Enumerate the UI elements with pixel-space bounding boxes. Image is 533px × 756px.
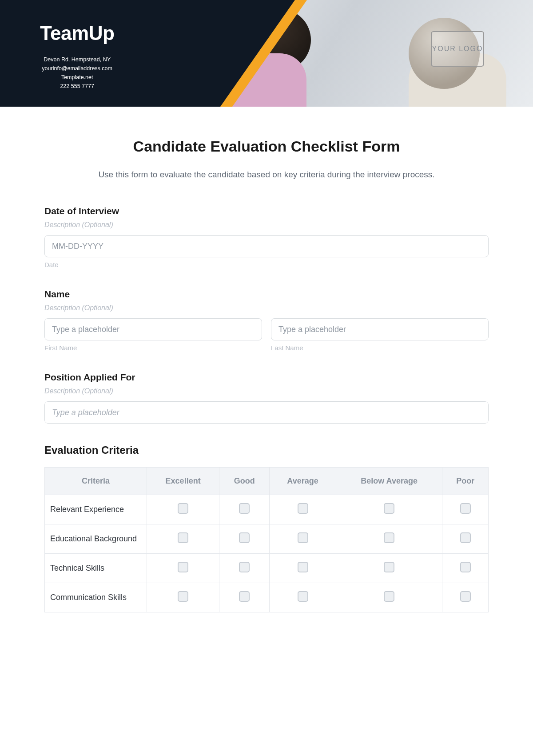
rating-cell xyxy=(442,553,489,583)
rating-cell xyxy=(270,524,336,553)
checkbox[interactable] xyxy=(384,591,394,602)
checkbox[interactable] xyxy=(384,532,394,543)
rating-cell xyxy=(147,524,219,553)
checkbox[interactable] xyxy=(178,562,188,572)
checkbox[interactable] xyxy=(178,532,188,543)
rating-cell xyxy=(336,495,442,524)
position-input[interactable] xyxy=(44,401,489,424)
eval-header-criteria: Criteria xyxy=(45,468,147,495)
table-row: Relevant Experience xyxy=(45,495,489,524)
brand-name: TeamUp xyxy=(40,22,114,44)
brand-block: TeamUp Devon Rd, Hempstead, NY yourinfo@… xyxy=(40,22,114,91)
rating-cell xyxy=(270,583,336,612)
rating-cell xyxy=(219,524,270,553)
checkbox[interactable] xyxy=(239,591,250,602)
table-row: Technical Skills xyxy=(45,553,489,583)
eval-header-below-average: Below Average xyxy=(336,468,442,495)
field-date-of-interview: Date of Interview Description (Optional)… xyxy=(44,206,489,268)
rating-cell xyxy=(336,583,442,612)
field-position: Position Applied For Description (Option… xyxy=(44,372,489,424)
name-label: Name xyxy=(44,289,489,300)
rating-cell xyxy=(219,495,270,524)
checkbox[interactable] xyxy=(298,503,308,514)
rating-cell xyxy=(442,524,489,553)
rating-cell xyxy=(147,553,219,583)
position-label: Position Applied For xyxy=(44,372,489,383)
evaluation-section-title: Evaluation Criteria xyxy=(44,444,489,456)
date-label: Date of Interview xyxy=(44,206,489,216)
header-banner: TeamUp Devon Rd, Hempstead, NY yourinfo@… xyxy=(0,0,533,107)
rating-cell xyxy=(147,495,219,524)
brand-phone: 222 555 7777 xyxy=(40,82,114,91)
checkbox[interactable] xyxy=(384,562,394,572)
brand-address: Devon Rd, Hempstead, NY xyxy=(40,55,114,64)
eval-header-row: Criteria Excellent Good Average Below Av… xyxy=(45,468,489,495)
table-row: Educational Background xyxy=(45,524,489,553)
evaluation-table: Criteria Excellent Good Average Below Av… xyxy=(44,467,489,612)
checkbox[interactable] xyxy=(460,532,471,543)
checkbox[interactable] xyxy=(298,532,308,543)
rating-cell xyxy=(336,524,442,553)
brand-site: Template.net xyxy=(40,73,114,82)
checkbox[interactable] xyxy=(460,503,471,514)
rating-cell xyxy=(219,553,270,583)
field-name: Name Description (Optional) First Name L… xyxy=(44,289,489,352)
checkbox[interactable] xyxy=(178,503,188,514)
last-name-input[interactable] xyxy=(271,318,489,340)
eval-header-excellent: Excellent xyxy=(147,468,219,495)
eval-header-poor: Poor xyxy=(442,468,489,495)
logo-placeholder[interactable]: YOUR LOGO xyxy=(431,31,484,67)
first-name-input[interactable] xyxy=(44,318,262,340)
form-description: Use this form to evaluate the candidate … xyxy=(84,168,449,182)
table-row: Communication Skills xyxy=(45,583,489,612)
first-name-sublabel: First Name xyxy=(44,344,262,352)
checkbox[interactable] xyxy=(298,591,308,602)
position-helper: Description (Optional) xyxy=(44,387,489,395)
rating-cell xyxy=(147,583,219,612)
name-helper: Description (Optional) xyxy=(44,304,489,312)
criteria-cell: Communication Skills xyxy=(45,583,147,612)
checkbox[interactable] xyxy=(298,562,308,572)
checkbox[interactable] xyxy=(239,503,250,514)
checkbox[interactable] xyxy=(460,562,471,572)
rating-cell xyxy=(270,495,336,524)
date-input[interactable] xyxy=(44,235,489,257)
brand-email: yourinfo@emailaddress.com xyxy=(40,64,114,73)
rating-cell xyxy=(442,583,489,612)
criteria-cell: Technical Skills xyxy=(45,553,147,583)
form-content: Candidate Evaluation Checklist Form Use … xyxy=(0,107,533,630)
date-helper: Description (Optional) xyxy=(44,221,489,229)
eval-header-good: Good xyxy=(219,468,270,495)
rating-cell xyxy=(270,553,336,583)
criteria-cell: Educational Background xyxy=(45,524,147,553)
date-sublabel: Date xyxy=(44,261,489,268)
rating-cell xyxy=(336,553,442,583)
criteria-cell: Relevant Experience xyxy=(45,495,147,524)
rating-cell xyxy=(219,583,270,612)
rating-cell xyxy=(442,495,489,524)
brand-contact: Devon Rd, Hempstead, NY yourinfo@emailad… xyxy=(40,55,114,91)
checkbox[interactable] xyxy=(384,503,394,514)
form-title: Candidate Evaluation Checklist Form xyxy=(44,138,489,155)
checkbox[interactable] xyxy=(239,562,250,572)
last-name-sublabel: Last Name xyxy=(271,344,489,352)
checkbox[interactable] xyxy=(239,532,250,543)
checkbox[interactable] xyxy=(460,591,471,602)
eval-header-average: Average xyxy=(270,468,336,495)
checkbox[interactable] xyxy=(178,591,188,602)
